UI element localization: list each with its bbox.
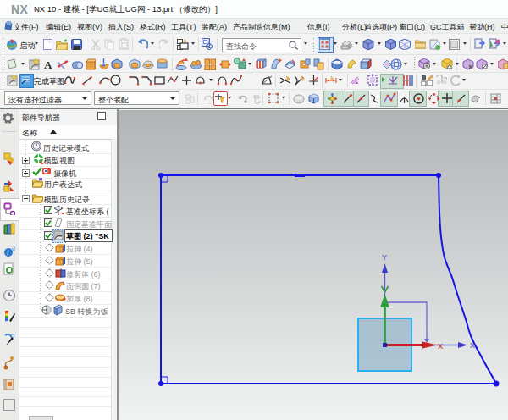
svg-text:X: X: [470, 341, 475, 350]
svg-text:X: X: [438, 341, 444, 351]
svg-text:i: i: [7, 249, 8, 257]
svg-text:A: A: [44, 59, 52, 69]
svg-text:Y: Y: [382, 253, 387, 262]
